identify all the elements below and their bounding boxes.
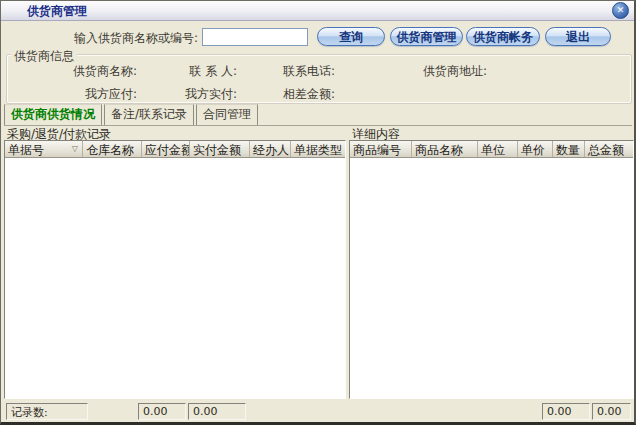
records-panel: 采购/退货/付款记录 单据号 ▽ 仓库名称 应付金额 实付金额 经办人 单据类型: [4, 126, 346, 420]
detail-grid-body[interactable]: [350, 158, 633, 398]
col-document-no[interactable]: 单据号 ▽: [5, 141, 83, 157]
sort-down-icon[interactable]: ▽: [72, 144, 78, 153]
col-unit[interactable]: 单位: [478, 141, 518, 157]
supplier-search-input[interactable]: [202, 28, 308, 46]
col-quantity[interactable]: 数量: [553, 141, 585, 157]
col-warehouse[interactable]: 仓库名称: [83, 141, 142, 157]
toolbar: 输入供货商名称或编号: 查询 供货商管理 供货商帐务 退出: [2, 27, 634, 47]
supplier-manage-button[interactable]: 供货商管理: [390, 27, 463, 46]
col-document-no-label: 单据号: [8, 143, 44, 157]
detail-panel: 详细内容 商品编号 商品名称 单位 单价 数量 总金额 0.00 0.00: [349, 126, 634, 420]
contact-phone-label: 联系电话:: [247, 63, 335, 80]
close-icon[interactable]: ✕: [612, 2, 629, 19]
detail-grid[interactable]: 商品编号 商品名称 单位 单价 数量 总金额: [349, 140, 634, 399]
difference-label: 相差金额:: [247, 86, 335, 103]
amount-total-box: 0.00: [592, 403, 631, 420]
paid-total-box: 0.00: [188, 403, 246, 420]
search-label: 输入供货商名称或编号:: [2, 30, 198, 47]
supplier-address-label: 供货商地址:: [381, 63, 487, 80]
detail-status-row: 0.00 0.00: [349, 403, 634, 420]
col-handler[interactable]: 经办人: [250, 141, 291, 157]
detail-caption: 详细内容: [352, 126, 400, 140]
tab-bar: 供货商供货情况 备注/联系记录 合同管理: [4, 108, 632, 126]
records-grid-body[interactable]: [5, 158, 345, 398]
records-grid[interactable]: 单据号 ▽ 仓库名称 应付金额 实付金额 经办人 单据类型: [4, 140, 346, 399]
records-caption: 采购/退货/付款记录: [7, 126, 111, 140]
quantity-total-box: 0.00: [542, 403, 590, 420]
col-payable[interactable]: 应付金额: [142, 141, 190, 157]
supplier-account-button[interactable]: 供货商帐务: [466, 27, 540, 46]
payable-total-box: 0.00: [138, 403, 186, 420]
our-payable-label: 我方应付:: [25, 86, 137, 103]
tab-content: 采购/退货/付款记录 单据号 ▽ 仓库名称 应付金额 实付金额 经办人 单据类型: [2, 126, 634, 420]
records-grid-header: 单据号 ▽ 仓库名称 应付金额 实付金额 经办人 单据类型: [5, 141, 345, 158]
col-unit-price[interactable]: 单价: [518, 141, 553, 157]
contact-person-label: 联 系 人:: [139, 63, 237, 80]
col-paid[interactable]: 实付金额: [190, 141, 250, 157]
window-title: 供货商管理: [27, 3, 87, 20]
supplier-info-group: 供货商信息 供货商名称: 联 系 人: 联系电话: 供货商地址: 我方应付: 我…: [6, 54, 632, 104]
tab-notes-contacts[interactable]: 备注/联系记录: [104, 104, 194, 125]
tab-contract-manage[interactable]: 合同管理: [196, 104, 258, 125]
record-count-box: 记录数:: [6, 403, 88, 420]
exit-button[interactable]: 退出: [545, 27, 611, 46]
our-paid-label: 我方实付:: [139, 86, 237, 103]
col-doc-type[interactable]: 单据类型: [291, 141, 345, 157]
tab-supply-status[interactable]: 供货商供货情况: [4, 104, 102, 125]
supplier-name-label: 供货商名称:: [25, 63, 137, 80]
records-status-row: 记录数: 0.00 0.00: [4, 403, 346, 420]
col-product-name[interactable]: 商品名称: [412, 141, 478, 157]
title-bar: 供货商管理 ✕: [1, 1, 634, 21]
col-product-no[interactable]: 商品编号: [350, 141, 412, 157]
supplier-management-window: 供货商管理 ✕ 输入供货商名称或编号: 查询 供货商管理 供货商帐务 退出 供货…: [0, 0, 636, 425]
query-button[interactable]: 查询: [317, 27, 385, 46]
client-area: 输入供货商名称或编号: 查询 供货商管理 供货商帐务 退出 供货商信息 供货商名…: [2, 22, 634, 422]
col-total-amount[interactable]: 总金额: [585, 141, 633, 157]
detail-grid-header: 商品编号 商品名称 单位 单价 数量 总金额: [350, 141, 633, 158]
